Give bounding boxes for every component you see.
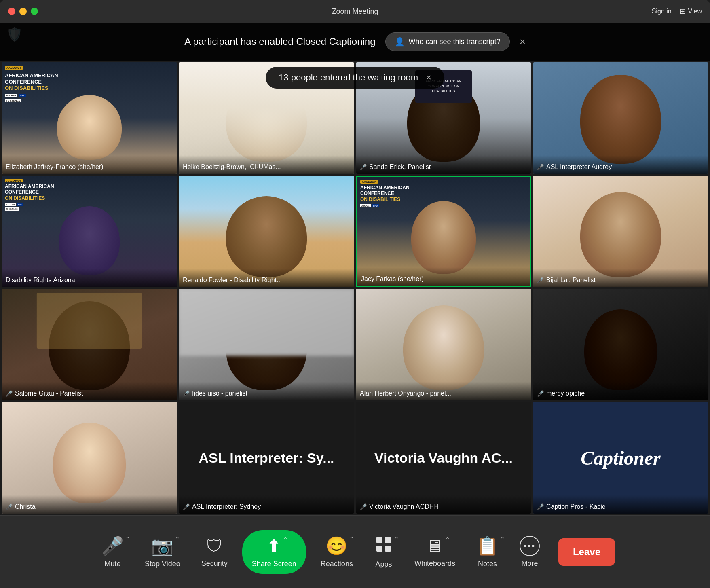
maximize-button[interactable] [31,8,38,15]
participant-label-1: Elizabeth Jeffrey-Franco (she/her) [2,155,177,174]
captioner-logo: Captioner [581,447,660,469]
apps-label: Apps [375,560,392,569]
participant-name-12: mercy opiche [546,390,585,397]
participant-label-13: 🎤 Christa [2,495,177,514]
reactions-icon: 😊 [325,535,348,556]
notification-close-button[interactable]: × [520,36,526,47]
participant-label-10: 🎤 fides uiso - panelist [179,382,354,400]
video-cell-5[interactable]: AACD2024 AFRICAN AMERICANCONFERENCEON DI… [2,176,177,287]
close-button[interactable] [8,8,15,15]
participant-name-2: Heike Boeltzig-Brown, ICI-UMas... [183,163,281,171]
mute-button[interactable]: 🎤 ⌃ Mute [95,535,130,568]
participant-name-6: Renaldo Fowler - Disability Right... [183,277,282,284]
video-grid: AACD2024 AFRICAN AMERICANCONFERENCEON DI… [0,61,710,515]
participant-label-11: Alan Herbert Onyango - panel... [356,382,531,400]
participant-label-15: 🎤 Victoria Vaughn ACDHH [356,495,531,514]
share-icon: ⬆ [266,536,281,556]
participant-label-12: 🎤 mercy opiche [533,382,708,400]
participant-label-7: Jacy Farkas (she/her) [357,267,530,286]
notification-text: A participant has enabled Closed Caption… [184,36,375,47]
participant-name-4: ASL Interpreter Audrey [546,163,612,171]
mute-chevron[interactable]: ⌃ [125,535,130,543]
grid-icon: ⊞ [680,7,686,16]
participant-label-9: 🎤 Salome Gitau - Panelist [2,382,177,400]
mute-label: Mute [104,560,120,568]
notes-chevron[interactable]: ⌃ [500,535,505,543]
video-cell-13[interactable]: 🎤 Christa [2,402,177,514]
whiteboards-button[interactable]: 🖥 ⌃ Whiteboards [408,536,462,568]
mute-icon-8: 🎤 [537,277,544,283]
microphone-icon: 🎤 [101,535,124,556]
notes-label: Notes [478,560,497,568]
notes-button[interactable]: 📋 ⌃ Notes [470,535,505,568]
apps-chevron[interactable]: ⌃ [394,535,399,543]
mute-icon-12: 🎤 [537,390,544,397]
reactions-button[interactable]: 😊 ⌃ Reactions [314,535,359,568]
participant-label-8: 🎤 Bijal Lal, Panelist [533,269,708,287]
titlebar-actions: Sign in ⊞ View [652,7,702,16]
video-cell-12[interactable]: 🎤 mercy opiche [533,289,708,400]
participant-label-6: Renaldo Fowler - Disability Right... [179,269,354,287]
toolbar: 🎤 ⌃ Mute 📷 ⌃ Stop Video 🛡 Security ⬆ ⌃ S… [0,515,710,588]
svg-rect-3 [385,546,391,552]
security-icon: 🛡 [205,536,223,556]
video-cell-1[interactable]: AACD2024 AFRICAN AMERICANCONFERENCEON DI… [2,62,177,174]
share-screen-button[interactable]: ⬆ ⌃ Share Screen [242,530,306,574]
video-chevron[interactable]: ⌃ [175,535,180,543]
whiteboards-label: Whiteboards [414,559,455,568]
mute-icon-14: 🎤 [183,503,190,510]
participant-name-13: Christa [15,503,36,510]
participant-name-16: Caption Pros - Kacie [546,503,606,510]
participant-name-9: Salome Gitau - Panelist [15,390,83,397]
camera-icon: 📷 [151,535,173,556]
video-cell-15[interactable]: Victoria Vaughn AC... 🎤 Victoria Vaughn … [356,402,531,514]
video-cell-16[interactable]: Captioner 🎤 Caption Pros - Kacie [533,402,708,514]
participant-label-5: Disability Rights Arizona [2,269,177,287]
participant-name-7: Jacy Farkas (she/her) [361,275,424,283]
stop-video-button[interactable]: 📷 ⌃ Stop Video [138,535,187,568]
video-cell-14[interactable]: ASL Interpreter: Sy... 🎤 ASL Interpreter… [179,402,354,514]
leave-button[interactable]: Leave [558,538,615,566]
waiting-room-text: 13 people entered the waiting room [279,72,418,83]
video-cell-6[interactable]: Renaldo Fowler - Disability Right... [179,176,354,287]
whiteboards-chevron[interactable]: ⌃ [445,536,450,544]
reactions-chevron[interactable]: ⌃ [349,535,354,543]
mute-icon-16: 🎤 [537,503,544,510]
video-cell-7[interactable]: AACD2024 AFRICAN AMERICANCONFERENCEON DI… [356,176,531,287]
view-button[interactable]: ⊞ View [680,7,702,16]
titlebar: Zoom Meeting Sign in ⊞ View [0,0,710,23]
video-cell-8[interactable]: 🎤 Bijal Lal, Panelist [533,176,708,287]
security-button[interactable]: 🛡 Security [195,536,234,568]
participant-name-15: Victoria Vaughn ACDHH [369,503,439,510]
mute-icon-15: 🎤 [360,503,367,510]
apps-icon [375,535,393,557]
window-title: Zoom Meeting [332,7,378,16]
video-cell-10[interactable]: 🎤 fides uiso - panelist [179,289,354,400]
waiting-room-close-button[interactable]: × [426,72,431,83]
mute-icon-4: 🎤 [537,164,544,170]
participant-label-14: 🎤 ASL Interpreter: Sydney [179,495,354,514]
notification-banner: A participant has enabled Closed Caption… [0,23,710,61]
mute-icon-13: 🎤 [6,503,13,510]
participant-name-10: fides uiso - panelist [192,390,247,397]
video-cell-11[interactable]: Alan Herbert Onyango - panel... [356,289,531,400]
minimize-button[interactable] [19,8,27,15]
svg-rect-2 [376,546,382,552]
waiting-room-toast: 13 people entered the waiting room × [266,67,444,89]
video-cell-9[interactable]: 🎤 Salome Gitau - Panelist [2,289,177,400]
participant-name-14: ASL Interpreter: Sydney [192,503,261,510]
mute-icon-9: 🎤 [6,390,13,397]
stop-video-label: Stop Video [145,560,180,568]
apps-button[interactable]: ⌃ Apps [368,535,400,569]
more-button[interactable]: ••• More [513,536,546,568]
transcript-button[interactable]: 👤 Who can see this transcript? [385,32,510,51]
participant-name-1: Elizabeth Jeffrey-Franco (she/her) [6,163,104,171]
participant-label-2: Heike Boeltzig-Brown, ICI-UMas... [179,155,354,174]
share-chevron[interactable]: ⌃ [283,536,288,544]
participant-label-4: 🎤 ASL Interpreter Audrey [533,155,708,174]
notes-icon: 📋 [476,535,499,556]
video-cell-4[interactable]: 🎤 ASL Interpreter Audrey [533,62,708,174]
person-icon: 👤 [395,37,405,47]
sign-in-button[interactable]: Sign in [652,8,672,15]
participant-name-5: Disability Rights Arizona [6,277,75,284]
